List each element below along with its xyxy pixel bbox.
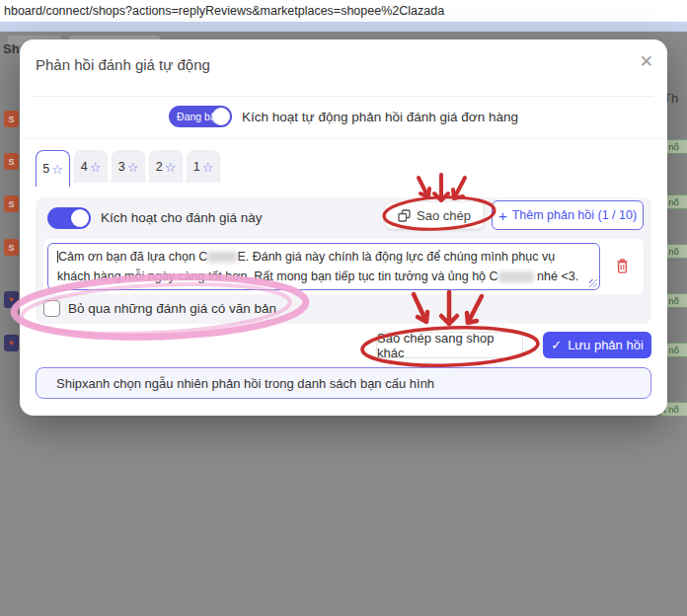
star-icon: ☆ bbox=[51, 162, 63, 177]
tab-4-star[interactable]: 4 ☆ bbox=[74, 150, 108, 183]
tab-label: 5 bbox=[42, 162, 49, 176]
address-bar[interactable]: hboard/connect/shops?actions=replyReview… bbox=[0, 0, 687, 22]
shopee-icon: S bbox=[4, 111, 19, 127]
divider bbox=[20, 138, 667, 139]
textarea-resize-handle[interactable] bbox=[589, 279, 597, 287]
tab-label: 4 bbox=[81, 160, 88, 174]
check-icon: ✓ bbox=[551, 338, 562, 352]
star-rating-tabs: 5 ☆ 4 ☆ 3 ☆ 2 ☆ 1 ☆ bbox=[36, 150, 220, 187]
star-icon: ☆ bbox=[202, 160, 214, 175]
star-icon: ☆ bbox=[90, 160, 102, 175]
skip-text-reviews-label: Bỏ qua những đánh giá có văn bản bbox=[68, 301, 276, 316]
trash-icon bbox=[615, 259, 630, 274]
background-shop-column-text: Sh bbox=[3, 41, 20, 56]
master-auto-reply-toggle[interactable]: Đang bật bbox=[169, 106, 232, 127]
tab-label: 2 bbox=[156, 160, 163, 174]
copy-button[interactable]: Sao chép bbox=[385, 201, 484, 229]
star-icon: ☆ bbox=[127, 160, 139, 175]
lazada-icon: ♥ bbox=[4, 291, 19, 308]
copy-button-label: Sao chép bbox=[417, 208, 471, 223]
skip-text-reviews-checkbox[interactable] bbox=[43, 300, 60, 317]
save-reply-button-label: Lưu phản hồi bbox=[568, 338, 644, 352]
toggle-knob bbox=[212, 108, 230, 125]
delete-reply-button[interactable] bbox=[612, 257, 632, 276]
rating-toggle[interactable] bbox=[47, 207, 91, 229]
skip-text-reviews-row: Bỏ qua những đánh giá có văn bản bbox=[43, 300, 276, 317]
shopee-icon: S bbox=[4, 195, 19, 212]
master-toggle-label: Kích hoạt tự động phản hồi đánh giá đơn … bbox=[242, 110, 518, 124]
tab-3-star[interactable]: 3 ☆ bbox=[112, 150, 145, 183]
tab-5-star[interactable]: 5 ☆ bbox=[36, 150, 70, 187]
tab-label: 1 bbox=[193, 160, 200, 174]
tab-label: 3 bbox=[118, 160, 125, 174]
review-reply-textarea[interactable]: Cảm ơn bạn đã lựa chọn CE. Đánh giá này … bbox=[47, 243, 600, 290]
redacted-brand-name bbox=[207, 252, 237, 263]
tab-1-star[interactable]: 1 ☆ bbox=[187, 150, 220, 183]
reply-row: Cảm ơn bạn đã lựa chọn CE. Đánh giá này … bbox=[43, 239, 644, 294]
add-reply-button[interactable]: + Thêm phản hồi (1 / 10) bbox=[492, 200, 644, 230]
toggle-knob bbox=[71, 209, 89, 227]
divider bbox=[34, 96, 653, 97]
rating-toggle-label: Kích hoạt cho đánh giá này bbox=[101, 210, 263, 225]
save-reply-button[interactable]: ✓ Lưu phản hồi bbox=[543, 332, 651, 358]
shopee-icon: S bbox=[4, 239, 19, 256]
tab-2-star[interactable]: 2 ☆ bbox=[149, 150, 183, 183]
reply-text: nhé <3. bbox=[534, 270, 579, 283]
lazada-icon: ♥ bbox=[4, 335, 19, 351]
reply-text: Cảm ơn bạn đã lựa chọn C bbox=[58, 250, 207, 264]
hint-text: Shipxanh chọn ngẫu nhiên phản hồi trong … bbox=[56, 376, 434, 391]
close-icon[interactable]: ✕ bbox=[640, 51, 653, 72]
star-icon: ☆ bbox=[165, 160, 177, 175]
rating-reply-panel: Kích hoạt cho đánh giá này Sao chép + Th… bbox=[36, 197, 651, 324]
copy-to-other-shops-button[interactable]: Sao chép sang shop khác bbox=[376, 332, 523, 358]
redacted-brand-name bbox=[498, 271, 534, 282]
add-reply-button-label: Thêm phản hồi (1 / 10) bbox=[512, 208, 637, 222]
plus-icon: + bbox=[498, 208, 507, 223]
random-reply-hint: Shipxanh chọn ngẫu nhiên phản hồi trong … bbox=[36, 367, 651, 399]
modal-title: Phản hồi đánh giá tự động bbox=[36, 56, 210, 73]
bookmarks-strip bbox=[0, 22, 687, 32]
copy-icon bbox=[398, 209, 411, 222]
shopee-icon: S bbox=[4, 153, 19, 170]
auto-reply-review-modal: Phản hồi đánh giá tự động ✕ Đang bật Kíc… bbox=[20, 39, 667, 416]
